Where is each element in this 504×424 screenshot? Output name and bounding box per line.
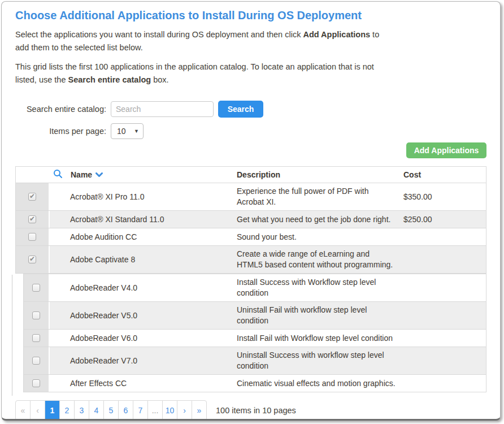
app-name-cell: After Effects CC bbox=[50, 379, 237, 388]
table-row[interactable]: AdobeReader V5.0Uninstall Fail with work… bbox=[23, 302, 486, 330]
sort-desc-icon[interactable] bbox=[95, 170, 103, 179]
row-checkbox[interactable] bbox=[28, 193, 36, 201]
page-button: « bbox=[15, 400, 31, 421]
search-row: Search entire catalog: Search bbox=[15, 101, 486, 118]
search-input[interactable] bbox=[111, 101, 214, 117]
row-checkbox[interactable] bbox=[32, 379, 40, 387]
app-name-cell: Acrobat® XI Pro 11.0 bbox=[50, 192, 237, 201]
wizard-panel: Choose Additional Applications to Instal… bbox=[1, 1, 501, 421]
table-row[interactable]: AdobeReader V6.0Install Fail with Workfl… bbox=[23, 330, 486, 347]
app-description-cell: Experience the full power of PDF with Ac… bbox=[237, 183, 403, 210]
table-row[interactable]: AdobeReader V4.0Install Success with Wor… bbox=[23, 274, 486, 302]
row-checkbox-cell bbox=[16, 246, 50, 273]
row-checkbox-cell bbox=[24, 302, 50, 329]
app-description-cell: Uninstall Success with workflow step lev… bbox=[237, 347, 403, 374]
page-button[interactable]: 6 bbox=[118, 400, 133, 421]
app-description-cell: Get what you need to get the job done ri… bbox=[237, 211, 403, 228]
app-name-cell: AdobeReader V4.0 bbox=[50, 283, 237, 292]
page-button[interactable]: 3 bbox=[74, 400, 89, 421]
pagination-summary: 100 items in 10 pages bbox=[216, 406, 296, 415]
row-checkbox-cell bbox=[16, 183, 50, 210]
app-description-cell: Install Success with Workflow step level… bbox=[237, 274, 403, 301]
row-checkbox-cell bbox=[24, 330, 50, 347]
table-row[interactable]: AdobeReader V7.0Uninstall Success with w… bbox=[23, 347, 486, 375]
app-description-cell: Uninstall Fail with workflow step level … bbox=[237, 302, 403, 329]
row-checkbox-cell bbox=[24, 375, 50, 392]
search-icon[interactable] bbox=[53, 169, 63, 180]
pagination-row: «‹1234567...10›» 100 items in 10 pages bbox=[15, 400, 486, 421]
app-name-cell: AdobeReader V7.0 bbox=[50, 356, 237, 365]
app-name-cell: Acrobat® XI Standard 11.0 bbox=[50, 215, 237, 224]
app-name-cell: Adobe Captivate 8 bbox=[50, 255, 237, 264]
column-header-cost[interactable]: Cost bbox=[403, 170, 486, 179]
row-checkbox-cell bbox=[16, 228, 50, 245]
pagination: «‹1234567...10›» bbox=[15, 400, 207, 421]
row-checkbox[interactable] bbox=[32, 311, 40, 319]
page-button[interactable]: » bbox=[192, 400, 207, 421]
table-header-row: Name Description Cost bbox=[15, 166, 486, 183]
app-cost-cell: $350.00 bbox=[403, 192, 486, 201]
caret-down-icon: ▼ bbox=[134, 128, 143, 134]
page-button: ... bbox=[147, 400, 163, 421]
table-section-b: AdobeReader V4.0Install Success with Wor… bbox=[23, 274, 486, 392]
row-checkbox[interactable] bbox=[32, 334, 40, 342]
page-button: ‹ bbox=[30, 400, 45, 421]
page-button[interactable]: 10 bbox=[162, 400, 177, 421]
app-description-cell: Install Fail with Workflow step level co… bbox=[237, 330, 403, 347]
page-button[interactable]: 2 bbox=[59, 400, 75, 421]
table-row[interactable]: Acrobat® XI Standard 11.0Get what you ne… bbox=[15, 211, 486, 228]
header-checkbox-cell bbox=[16, 167, 50, 183]
table-row[interactable]: Adobe Captivate 8Create a wide range of … bbox=[15, 246, 486, 274]
page-button[interactable]: 4 bbox=[89, 400, 104, 421]
items-per-page-label: Items per page: bbox=[15, 127, 111, 136]
table-row[interactable]: After Effects CCCinematic visual effects… bbox=[23, 375, 486, 392]
table-row[interactable]: Adobe Audition CCSound your best. bbox=[15, 228, 486, 246]
page-title: Choose Additional Applications to Instal… bbox=[15, 9, 486, 22]
add-applications-button[interactable]: Add Applications bbox=[406, 142, 486, 158]
page-button[interactable]: 1 bbox=[45, 400, 60, 421]
column-header-description[interactable]: Description bbox=[237, 170, 403, 180]
page-button[interactable]: 7 bbox=[133, 400, 148, 421]
app-name-cell: AdobeReader V6.0 bbox=[50, 334, 237, 343]
row-checkbox[interactable] bbox=[28, 256, 36, 263]
app-name-cell: AdobeReader V5.0 bbox=[50, 311, 237, 320]
intro-paragraph-2: This grid lists the first 100 applicatio… bbox=[15, 60, 381, 86]
app-description-cell: Cinematic visual effects and motion grap… bbox=[237, 375, 403, 392]
search-button[interactable]: Search bbox=[218, 101, 263, 118]
table-row[interactable]: Acrobat® XI Pro 11.0Experience the full … bbox=[15, 183, 486, 211]
app-name-cell: Adobe Audition CC bbox=[50, 232, 237, 241]
table-section-a: Acrobat® XI Pro 11.0Experience the full … bbox=[15, 183, 486, 274]
row-checkbox[interactable] bbox=[32, 357, 40, 365]
app-description-cell: Create a wide range of eLearning and HTM… bbox=[237, 246, 403, 273]
row-checkbox-cell bbox=[24, 274, 50, 301]
row-checkbox[interactable] bbox=[28, 215, 36, 223]
row-checkbox-cell bbox=[16, 211, 50, 228]
row-checkbox[interactable] bbox=[32, 284, 40, 292]
applications-table: Name Description Cost Acrobat® XI Pro 11… bbox=[15, 166, 486, 392]
app-cost-cell: $250.00 bbox=[403, 215, 486, 224]
search-label: Search entire catalog: bbox=[15, 105, 111, 114]
items-per-page-row: Items per page: 10 ▼ bbox=[15, 123, 486, 139]
intro-paragraph-1: Select the applications you want to inst… bbox=[15, 28, 381, 54]
row-checkbox[interactable] bbox=[28, 233, 36, 241]
items-per-page-value: 10 bbox=[111, 127, 126, 136]
column-header-name-label: Name bbox=[71, 170, 92, 179]
page-button[interactable]: › bbox=[177, 400, 192, 421]
page-button[interactable]: 5 bbox=[103, 400, 119, 421]
app-description-cell: Sound your best. bbox=[237, 229, 403, 245]
column-header-name[interactable]: Name bbox=[50, 169, 237, 180]
row-checkbox-cell bbox=[24, 347, 50, 374]
items-per-page-select[interactable]: 10 ▼ bbox=[111, 123, 144, 139]
